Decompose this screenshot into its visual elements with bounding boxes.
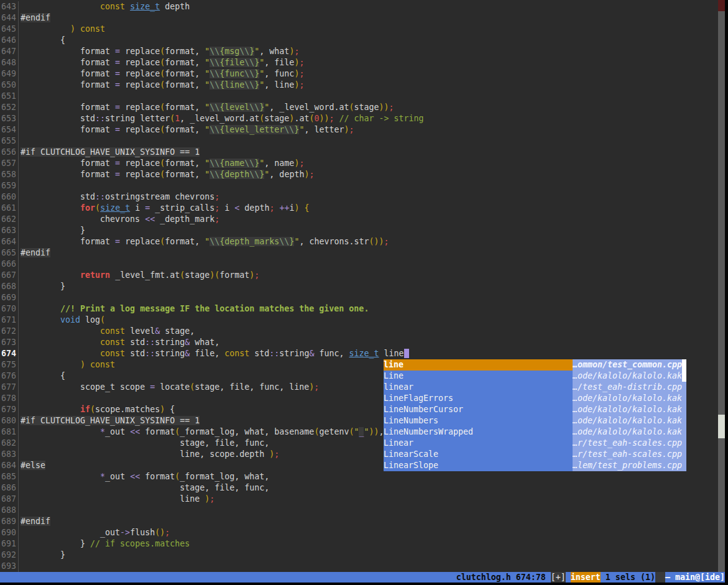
code-token: \\ [210, 80, 219, 90]
code-line[interactable]: 672 const level& stage, [0, 326, 718, 337]
code-token: ) [160, 405, 165, 414]
status-modified-flag: [+] [551, 572, 566, 583]
completion-item[interactable]: line…ommon/test_common.cpp [384, 359, 682, 371]
completion-item[interactable]: LineNumberCursor…ode/kalolo/kalolo.kak [384, 404, 682, 415]
code-token: _level_fmt.at [110, 270, 180, 280]
code-line[interactable]: 649 format = replace(format, "\\{func\\}… [0, 68, 718, 80]
code-text: const level& stage, [19, 326, 195, 337]
code-token: ; [165, 528, 170, 537]
code-line[interactable]: 687 line ); [0, 494, 718, 505]
line-number: 646 [0, 35, 19, 46]
line-number: 664 [0, 236, 19, 247]
code-line[interactable]: 685 *_out << format(_format_log, what, [0, 471, 718, 482]
code-token: ; [214, 214, 219, 224]
code-line[interactable]: 664 format = replace(format, "\\{depth_m… [0, 236, 718, 247]
code-token: , depth [269, 170, 304, 179]
code-line[interactable]: 650 format = replace(format, "\\{line\\}… [0, 80, 718, 91]
code-line[interactable]: 668 } [0, 281, 718, 292]
code-token: ( [160, 58, 165, 67]
code-token: \\ [249, 170, 259, 179]
code-line[interactable]: 688 [0, 505, 718, 516]
code-line[interactable]: 686 stage, file, func, [0, 482, 718, 494]
code-line[interactable]: 654 format = replace(format, "\\{level_l… [0, 124, 718, 136]
status-file-position: clutchlog.h 674:78 [456, 572, 546, 583]
code-line[interactable]: 656#if CLUTCHLOG_HAVE_UNIX_SYSINFO == 1 [0, 147, 718, 158]
code-text: const std::string& file, const std::stri… [19, 348, 409, 359]
code-line[interactable]: 645 ) const [0, 24, 718, 35]
code-token: ; [254, 270, 259, 280]
completion-item[interactable]: LinearScale…r/test_eah-scales.cpp [384, 449, 682, 460]
code-token: std [21, 192, 95, 201]
code-token: _out [21, 528, 120, 537]
code-line[interactable]: 643 const size_t depth [0, 1, 718, 12]
code-line[interactable]: 667 return _level_fmt.at(stage)(format); [0, 270, 718, 281]
code-line[interactable]: 648 format = replace(format, "\\{file\\}… [0, 57, 718, 68]
popup-scrollbar-thumb[interactable] [682, 359, 686, 382]
code-line[interactable]: 663 } [0, 225, 718, 236]
code-line[interactable]: 665#endif [0, 247, 718, 259]
code-token: \\ [244, 69, 254, 78]
code-text: #if CLUTCHLOG_HAVE_UNIX_SYSINFO == 1 [19, 415, 200, 426]
code-line[interactable]: 673 const std::string& what, [0, 337, 718, 348]
code-line[interactable]: 653 std::string letter(1, _level_word.at… [0, 113, 718, 124]
completion-item[interactable]: linear…/test_eah-distrib.cpp [384, 382, 682, 393]
completion-item[interactable]: Line…ode/kalolo/kalolo.kak [384, 371, 682, 382]
line-number: 677 [0, 382, 19, 393]
terminal-scrollbar[interactable] [718, 0, 725, 572]
line-number: 693 [0, 561, 19, 572]
code-line[interactable]: 692 } [0, 550, 718, 561]
code-text [19, 292, 21, 303]
completion-item[interactable]: LinearSlope…lem/test_problems.cpp [384, 460, 682, 471]
code-line[interactable]: 666 [0, 259, 718, 270]
code-token: ostringstream chevrons [105, 192, 214, 201]
code-text [19, 91, 21, 102]
completion-item-name: LineNumberCursor [384, 404, 573, 415]
terminal-scrollbar-thumb[interactable] [718, 415, 725, 438]
code-line[interactable]: 657 format = replace(format, "\\{name\\}… [0, 158, 718, 169]
line-number: 649 [0, 68, 19, 80]
code-line[interactable]: 671 void log( [0, 315, 718, 326]
code-token: size_t [349, 349, 379, 358]
code-line[interactable]: 659 [0, 180, 718, 191]
completion-item-name: LinearSlope [384, 460, 573, 471]
code-token: ( [160, 237, 165, 246]
code-text: *_out << format(_format_log, what, basen… [19, 426, 384, 438]
code-line[interactable]: 662 chevrons << _depth_mark; [0, 214, 718, 225]
code-line[interactable]: 661 for(size_t i = _strip_calls; i < dep… [0, 203, 718, 214]
code-token: // char -> string [339, 114, 423, 123]
code-line[interactable]: 646 { [0, 35, 718, 46]
code-line[interactable]: 690 _out->flush(); [0, 527, 718, 538]
code-token: ; [294, 47, 299, 56]
code-line[interactable]: 669 [0, 292, 718, 303]
code-token: scope.matches [95, 405, 160, 414]
code-token: log [80, 315, 100, 325]
code-token: replace [120, 125, 160, 134]
code-token [21, 304, 60, 313]
code-line[interactable]: 651 [0, 91, 718, 102]
code-line[interactable]: 658 format = replace(format, "\\{depth\\… [0, 169, 718, 180]
code-token: format [21, 159, 115, 168]
code-line[interactable]: 693 [0, 561, 718, 572]
code-line[interactable]: 647 format = replace(format, "\\{msg\\}"… [0, 46, 718, 57]
code-line[interactable]: 660 std::ostringstream chevrons; [0, 191, 718, 203]
code-token: line, scope.depth [21, 449, 269, 459]
code-token: ( [160, 80, 165, 90]
completion-item[interactable]: LineFlagErrors…ode/kalolo/kalolo.kak [384, 393, 682, 404]
completion-item[interactable]: LineNumbersWrapped…ode/kalolo/kalolo.kak [384, 426, 682, 438]
code-line[interactable]: 674 const std::string& file, const std::… [0, 348, 718, 359]
popup-scrollbar[interactable] [682, 359, 686, 471]
code-line[interactable]: 691 } // if scopes.matches [0, 538, 718, 550]
line-number: 680 [0, 415, 19, 426]
code-token [21, 349, 100, 358]
code-line[interactable]: 670 //! Print a log message IF the locat… [0, 303, 718, 315]
completion-item[interactable]: Linear…r/test_eah-scales.cpp [384, 438, 682, 449]
completion-item[interactable]: LineNumbers…ode/kalolo/kalolo.kak [384, 415, 682, 426]
code-text: const size_t depth [19, 1, 190, 12]
code-line[interactable]: 655 [0, 136, 718, 147]
code-token: -> [120, 528, 130, 537]
code-line[interactable]: 644#endif [0, 12, 718, 24]
code-line[interactable]: 689#endif [0, 516, 718, 527]
code-token: string [279, 349, 309, 358]
code-line[interactable]: 652 format = replace(format, "\\{level\\… [0, 102, 718, 113]
code-token: format [21, 125, 115, 134]
